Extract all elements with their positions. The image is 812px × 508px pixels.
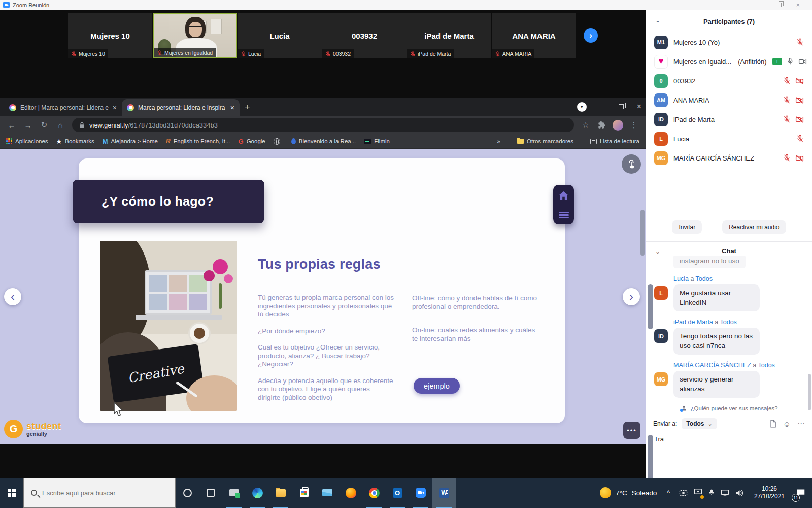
tab-close-icon[interactable]: × — [230, 104, 234, 112]
taskbar-app-mail[interactable] — [316, 478, 339, 508]
unmute-button[interactable]: Reactivar mi audio — [722, 220, 786, 234]
participants-header[interactable]: ⌄ Participantes (7) — [646, 10, 812, 25]
menu-icon[interactable] — [559, 212, 569, 218]
action-center-button[interactable]: 11 — [790, 478, 812, 508]
volume-icon[interactable] — [735, 489, 744, 497]
url-bar[interactable]: view.genial.ly/6178713dbd31d70ddca334b3 — [72, 118, 574, 132]
collapse-icon[interactable]: ⌄ — [655, 248, 660, 256]
browser-minimize-icon[interactable] — [600, 107, 605, 107]
browser-tab-inactive[interactable]: Editor | Marca personal: Lidera e × — [4, 99, 122, 116]
media-controls-button[interactable]: ▼ — [577, 102, 587, 112]
reading-list[interactable]: Lista de lectura — [590, 138, 639, 144]
new-tab-button[interactable]: + — [245, 102, 250, 113]
chat-privacy-note[interactable]: ¿Quién puede ver sus mensajes? — [646, 400, 812, 415]
next-slide-button[interactable]: › — [623, 288, 640, 305]
bookmark-globe[interactable] — [274, 138, 283, 145]
display-share-icon[interactable] — [694, 488, 702, 496]
ejemplo-button[interactable]: ejemplo — [414, 378, 460, 394]
browser-menu-icon[interactable]: ⋮ — [626, 120, 641, 130]
chat-more-icon[interactable]: ⋯ — [797, 419, 805, 428]
video-tile[interactable]: iPad de Marta iPad de Marta — [407, 13, 491, 58]
bookmark-alejandra-home[interactable]: MAlejandra > Home — [103, 138, 158, 145]
photo-laptop — [145, 270, 212, 315]
taskbar-app-chrome[interactable] — [362, 478, 386, 508]
participants-title: Participantes (7) — [703, 18, 755, 25]
video-tile[interactable]: Mujeres 10 Mujeres 10 — [68, 13, 152, 58]
send-to-dropdown[interactable]: Todos ⌄ — [682, 418, 717, 429]
invite-button[interactable]: Invitar — [672, 220, 702, 234]
genially-student-logo[interactable]: G student genially — [4, 420, 61, 438]
search-input[interactable] — [42, 489, 159, 497]
participant-row[interactable]: ID iPad de Marta — [646, 110, 812, 129]
screen-record-icon[interactable] — [679, 489, 688, 497]
taskbar-app-word[interactable]: W — [432, 478, 456, 508]
extensions-puzzle-icon[interactable] — [594, 121, 610, 129]
prev-slide-button[interactable]: ‹ — [4, 288, 21, 305]
next-page-videos-button[interactable]: › — [584, 28, 598, 43]
bookmark-star-icon[interactable]: ☆ — [578, 120, 593, 130]
participant-row[interactable]: AM ANA MARIA — [646, 90, 812, 110]
video-tile[interactable]: ANA MARIA ANA MARIA — [492, 13, 576, 58]
participant-row[interactable]: L Lucia — [646, 129, 812, 148]
participant-row-host[interactable]: ♥ Mujeres en Iguald... (Anfitrión) ↑ — [646, 52, 812, 71]
tile-label-text: 003932 — [333, 51, 351, 57]
mic-tray-icon[interactable] — [708, 489, 715, 497]
taskbar-app-firefox[interactable] — [339, 478, 362, 508]
bookmark-bienvenido[interactable]: Bienvenido a la Rea... — [291, 138, 356, 144]
browser-close-icon[interactable]: × — [637, 104, 641, 110]
minimize-icon[interactable] — [758, 5, 763, 5]
panel-scrollbar-thumb[interactable] — [648, 435, 653, 484]
taskbar-app-store[interactable] — [292, 478, 316, 508]
start-button[interactable] — [0, 478, 23, 508]
home-icon[interactable] — [559, 191, 568, 200]
cortana-button[interactable] — [176, 478, 199, 508]
bookmark-apps[interactable]: Aplicaciones — [6, 138, 48, 144]
task-view-button[interactable] — [199, 478, 222, 508]
interactive-hint-button[interactable] — [622, 154, 641, 174]
chat-header[interactable]: ⌄ Chat — [646, 242, 812, 255]
video-tile[interactable]: Lucia Lucia — [238, 13, 322, 58]
bookmark-bookmarks[interactable]: ★Bookmarks — [56, 138, 94, 145]
chat-input[interactable]: Tra — [646, 429, 812, 449]
taskbar-search[interactable] — [23, 478, 176, 508]
file-icon[interactable] — [769, 420, 776, 428]
panel-scrollbar-thumb[interactable] — [648, 284, 653, 329]
tray-expand-icon[interactable]: ^ — [663, 489, 674, 496]
home-icon[interactable]: ⌂ — [53, 121, 68, 130]
browser-restore-icon[interactable] — [619, 104, 624, 109]
close-icon[interactable]: × — [796, 3, 800, 8]
chat-scrollbar-thumb[interactable] — [808, 374, 811, 410]
forward-icon[interactable]: → — [20, 121, 36, 130]
emoji-icon[interactable]: ☺ — [783, 420, 791, 428]
video-tile-active[interactable]: Mujeres en Igualdad — [153, 13, 237, 58]
bookmark-english-to-french[interactable]: REnglish to French, It... — [166, 138, 230, 145]
taskbar-app-edge[interactable] — [246, 478, 269, 508]
slide-nav-widget[interactable] — [553, 185, 574, 224]
slide-options-button[interactable]: ••• — [623, 422, 640, 439]
taskbar-app-outlook[interactable]: O — [386, 478, 409, 508]
paragraph: Adecúa y potencia aquello que es coheren… — [258, 377, 394, 402]
participant-row[interactable]: M1 Mujeres 10 (Yo) — [646, 33, 812, 52]
collapse-icon[interactable]: ⌄ — [655, 17, 660, 24]
taskbar-app-printer[interactable] — [222, 478, 246, 508]
bookmark-google[interactable]: GGoogle — [239, 138, 265, 145]
network-display-icon[interactable] — [721, 489, 729, 497]
bookmarks-overflow-icon[interactable]: » — [497, 138, 500, 144]
other-bookmarks[interactable]: Otros marcadores — [517, 138, 573, 144]
tab-close-icon[interactable]: × — [113, 104, 117, 112]
browser-tab-active[interactable]: Marca personal: Lidera e inspira × — [122, 99, 240, 116]
reload-icon[interactable]: ↻ — [37, 120, 52, 130]
restore-icon[interactable] — [777, 3, 782, 7]
taskbar-app-explorer[interactable] — [269, 478, 292, 508]
page-scrollbar-thumb[interactable] — [640, 210, 645, 256]
participant-row[interactable]: MG MARÍA GARCÍA SÁNCHEZ — [646, 148, 812, 168]
taskbar-app-zoom[interactable] — [409, 478, 432, 508]
profile-avatar[interactable] — [613, 120, 623, 131]
taskbar-weather[interactable]: 7°C Soleado — [594, 487, 663, 498]
video-tile[interactable]: 003932 003932 — [322, 13, 407, 58]
cortana-icon — [183, 489, 192, 497]
bookmark-filmin[interactable]: Filmin — [364, 138, 390, 144]
back-icon[interactable]: ← — [4, 121, 19, 130]
taskbar-clock[interactable]: 10:26 27/10/2021 — [749, 485, 790, 500]
participant-row[interactable]: 0 003932 — [646, 71, 812, 90]
